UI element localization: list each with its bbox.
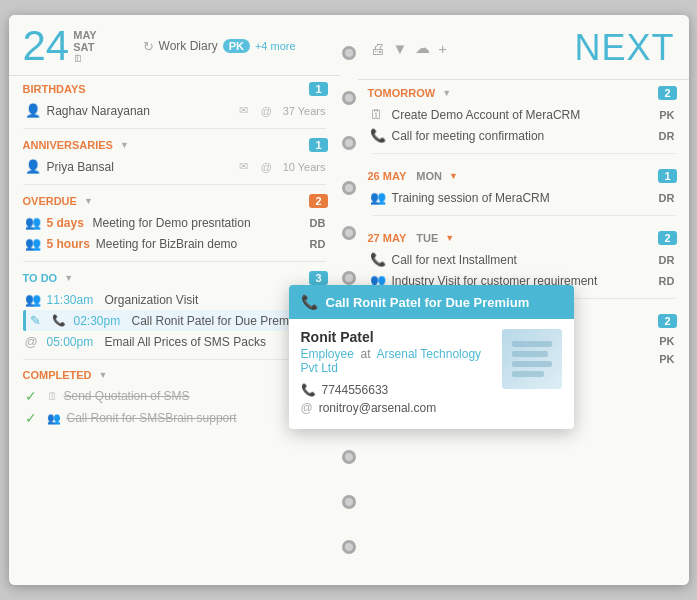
- todo-chevron: ▼: [64, 273, 73, 283]
- birthday-item-1[interactable]: 👤 Raghav Narayanan ✉ @ 37 Years: [23, 100, 328, 121]
- divider-3: [23, 261, 326, 262]
- may27-badge-2: RD: [659, 275, 675, 287]
- extra-badge: 2: [658, 314, 676, 328]
- tomorrow-title: TOMORROW ▼: [368, 87, 452, 99]
- popup-email-row: @ ronitroy@arsenal.com: [301, 401, 492, 415]
- left-header: 24 MAY SAT 🗓 ↻ Work Diary PK +4 more: [9, 15, 340, 76]
- may27-text-1: Call for next Installment: [392, 253, 653, 267]
- date-number: 24: [23, 25, 70, 67]
- overdue-text-2: Meeting for BizBrain demo: [96, 237, 304, 251]
- popup-avatar: [502, 329, 562, 389]
- check-icon-1: ✓: [25, 388, 41, 404]
- avatar-lines: [512, 341, 552, 377]
- person-icon: 👤: [25, 103, 41, 118]
- divider-4: [23, 359, 326, 360]
- date-day: SAT: [73, 41, 96, 53]
- print-icon[interactable]: 🖨: [370, 40, 385, 57]
- email-icon-popup: @: [301, 401, 313, 415]
- may26-badge-1: DR: [659, 192, 675, 204]
- avatar-line-1: [512, 341, 552, 347]
- cal-icon-comp: 🗓: [47, 390, 58, 402]
- todo-title: TO DO ▼: [23, 272, 74, 284]
- cloud-icon[interactable]: ☁: [415, 39, 430, 57]
- completed-item-1[interactable]: ✓ 🗓 Send Quotation of SMS DR: [23, 385, 328, 407]
- tomorrow-text-2: Call for meeting confirmation: [392, 129, 653, 143]
- todo-item-3[interactable]: @ 05:00pm Email All Prices of SMS Packs: [23, 331, 328, 352]
- edit-icon: ✎: [30, 313, 46, 328]
- right-toolbar: 🖨 ▼ ☁ +: [370, 39, 448, 57]
- tomorrow-header: TOMORROW ▼ 2: [368, 86, 677, 100]
- date-block: 24 MAY SAT 🗓: [23, 25, 97, 67]
- todo-item-1[interactable]: 👥 11:30am Organization Visit: [23, 289, 328, 310]
- overdue-days-1: 5 days: [47, 216, 87, 230]
- anniversaries-title: ANNIVERSARIES ▼: [23, 139, 129, 151]
- pk-badge: PK: [223, 39, 250, 53]
- completed-title: COMPLETED ▼: [23, 369, 108, 381]
- overdue-item-1[interactable]: 👥 5 days Meeting for Demo presntation DB: [23, 212, 328, 233]
- avatar-placeholder: [502, 329, 562, 389]
- tomorrow-item-2[interactable]: 📞 Call for meeting confirmation DR: [368, 125, 677, 146]
- popup-contact-name: Ronit Patel: [301, 329, 492, 345]
- may26-chevron: ▼: [449, 171, 458, 181]
- calendar-icon: 🗓: [73, 53, 96, 64]
- tomorrow-section: TOMORROW ▼ 2 🗓 Create Demo Account of Me…: [358, 80, 689, 150]
- may27-badge: 2: [658, 231, 676, 245]
- tomorrow-item-1[interactable]: 🗓 Create Demo Account of MeraCRM PK: [368, 104, 677, 125]
- extra-badge-1: PK: [659, 335, 674, 347]
- overdue-item-2[interactable]: 👥 5 hours Meeting for BizBrain demo RD: [23, 233, 328, 254]
- popup-header: 📞 Call Ronit Patel for Due Premium: [289, 285, 574, 319]
- phone-icon-popup: 📞: [301, 383, 316, 397]
- group-icon-1: 👥: [25, 215, 41, 230]
- todo-item-2[interactable]: ✎ 📞 02:30pm Call Ronit Patel for Due Pre…: [23, 310, 328, 331]
- extra-badge-2: PK: [659, 353, 674, 365]
- chevron-icon: ▼: [120, 140, 129, 150]
- refresh-icon: ↻: [143, 39, 154, 54]
- tomorrow-badge-2: DR: [659, 130, 675, 142]
- group-icon-r1: 👥: [370, 190, 386, 205]
- email-icon-2: ✉: [239, 160, 255, 173]
- overdue-text-1: Meeting for Demo presntation: [93, 216, 304, 230]
- person-icon-2: 👤: [25, 159, 41, 174]
- phone-icon-r3: 📞: [370, 252, 386, 267]
- todo-badge: 3: [309, 271, 327, 285]
- popup-info: Ronit Patel Employee at Arsenal Technolo…: [301, 329, 492, 419]
- tomorrow-text-1: Create Demo Account of MeraCRM: [392, 108, 654, 122]
- todo-header: TO DO ▼ 3: [23, 271, 328, 285]
- may27-item-1[interactable]: 📞 Call for next Installment DR: [368, 249, 677, 270]
- todo-time-3: 05:00pm: [47, 335, 99, 349]
- may27-section: 27 MAY TUE ▼ 2 📞 Call for next Installme…: [358, 219, 689, 295]
- divider-2: [23, 184, 326, 185]
- may26-section: 26 MAY MON ▼ 1 👥 Training session of Mer…: [358, 157, 689, 212]
- more-link[interactable]: +4 more: [255, 40, 296, 52]
- todo-time-1: 11:30am: [47, 293, 99, 307]
- may26-badge: 1: [658, 169, 676, 183]
- overdue-days-2: 5 hours: [47, 237, 90, 251]
- filter-icon[interactable]: ▼: [393, 40, 408, 57]
- birthdays-section: BIRTHDAYS 1 👤 Raghav Narayanan ✉ @ 37 Ye…: [9, 76, 340, 125]
- may26-item-1[interactable]: 👥 Training session of MeraCRM DR: [368, 187, 677, 208]
- popup-title: Call Ronit Patel for Due Premium: [326, 295, 530, 310]
- at-icon: @: [261, 105, 277, 117]
- avatar-line-3: [512, 361, 552, 367]
- email-icon: ✉: [239, 104, 255, 117]
- group-icon-3: 👥: [25, 292, 41, 307]
- birthdays-badge: 1: [309, 82, 327, 96]
- notebook: 24 MAY SAT 🗓 ↻ Work Diary PK +4 more: [9, 15, 689, 585]
- popup-phone-row: 📞 7744556633: [301, 383, 492, 397]
- overdue-badge-2: RD: [310, 238, 326, 250]
- tomorrow-badge-1: PK: [659, 109, 674, 121]
- popup-body: Ronit Patel Employee at Arsenal Technolo…: [289, 319, 574, 429]
- avatar-line-2: [512, 351, 548, 357]
- completed-chevron: ▼: [99, 370, 108, 380]
- add-icon[interactable]: +: [438, 40, 447, 57]
- completed-text-2: Call Ronit for SMSBrain support: [67, 411, 304, 425]
- group-icon-comp: 👥: [47, 412, 61, 425]
- completed-item-2[interactable]: ✓ 👥 Call Ronit for SMSBrain support PK: [23, 407, 328, 429]
- popup-contact-role: Employee at Arsenal Technology Pvt Ltd: [301, 347, 492, 375]
- avatar-line-4: [512, 371, 544, 377]
- date-info: MAY SAT 🗓: [73, 29, 96, 64]
- work-diary[interactable]: ↻ Work Diary PK +4 more: [111, 39, 328, 54]
- may27-header: 27 MAY TUE ▼ 2: [368, 231, 677, 245]
- may27-badge-1: DR: [659, 254, 675, 266]
- anniversary-item-1[interactable]: 👤 Priya Bansal ✉ @ 10 Years: [23, 156, 328, 177]
